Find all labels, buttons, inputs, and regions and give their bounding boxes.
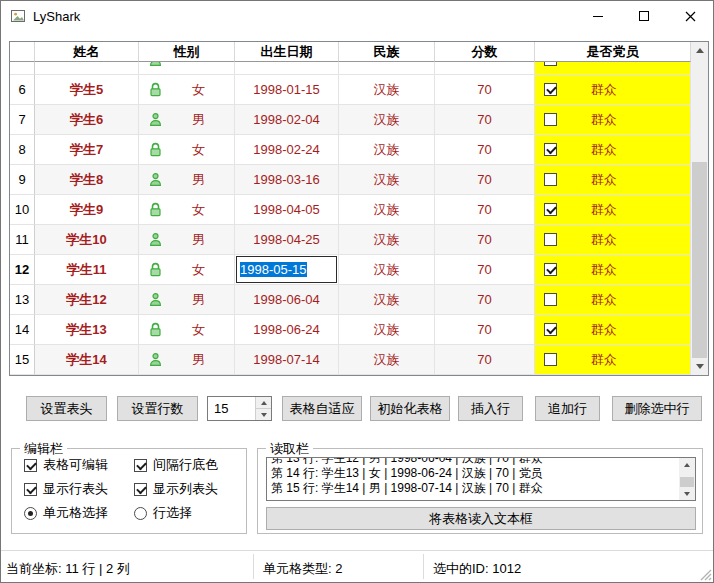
cell-gender[interactable]: 女 — [139, 315, 235, 345]
read-textarea[interactable]: 第 13 行: 学生12 | 男 | 1998-06-04 | 汉族 | 70 … — [266, 457, 696, 501]
cell-birth-date[interactable]: 1998-04-05 — [235, 195, 339, 225]
scroll-down-button[interactable] — [679, 487, 695, 500]
cell-birth-date[interactable]: 1998-06-04 — [235, 285, 339, 315]
row-count-spinbox[interactable]: 15 — [207, 396, 272, 421]
cell-gender[interactable]: 女 — [139, 195, 235, 225]
insert-row-button[interactable]: 插入行 — [458, 396, 523, 421]
cell-party-member[interactable]: 群众 — [535, 195, 691, 225]
cell-name[interactable]: 学生14 — [35, 345, 139, 375]
cell-party-member[interactable]: 群众 — [535, 225, 691, 255]
scroll-down-button[interactable] — [691, 358, 708, 375]
cell-party-member[interactable] — [535, 62, 691, 75]
scroll-up-button[interactable] — [691, 42, 708, 59]
minimize-button[interactable] — [575, 1, 621, 31]
cell-ethnic[interactable]: 汉族 — [339, 75, 435, 105]
cell-score[interactable]: 70 — [435, 135, 535, 165]
init-table-button[interactable]: 初始化表格 — [370, 396, 450, 421]
cell-gender[interactable]: 女 — [139, 135, 235, 165]
cell-name[interactable]: 学生13 — [35, 315, 139, 345]
cell-name[interactable]: 学生7 — [35, 135, 139, 165]
row-header[interactable]: 14 — [10, 315, 35, 345]
member-checkbox[interactable] — [544, 83, 557, 96]
cell-party-member[interactable]: 群众 — [535, 135, 691, 165]
checkbox-option[interactable]: 间隔行底色 — [134, 457, 218, 473]
cell-name[interactable]: 学生12 — [35, 285, 139, 315]
cell-birth-date[interactable]: 1998-02-24 — [235, 135, 339, 165]
titlebar[interactable]: LyShark — [1, 1, 713, 32]
cell-name[interactable]: 学生10 — [35, 225, 139, 255]
cell-name[interactable]: 学生9 — [35, 195, 139, 225]
column-header-name[interactable]: 姓名 — [35, 42, 139, 62]
column-header-party-member[interactable]: 是否党员 — [535, 42, 691, 62]
row-header[interactable]: 8 — [10, 135, 35, 165]
set-header-button[interactable]: 设置表头 — [26, 396, 107, 421]
scroll-up-button[interactable] — [679, 458, 695, 471]
radio-option[interactable]: 单元格选择 — [24, 505, 108, 521]
row-header[interactable]: 6 — [10, 75, 35, 105]
read-table-button[interactable]: 将表格读入文本框 — [266, 507, 696, 530]
cell-gender[interactable] — [139, 62, 235, 75]
cell-score[interactable]: 70 — [435, 75, 535, 105]
cell-score[interactable]: 70 — [435, 195, 535, 225]
auto-fit-button[interactable]: 表格自适应 — [282, 396, 362, 421]
cell-party-member[interactable]: 群众 — [535, 315, 691, 345]
checkbox-option[interactable]: 显示行表头 — [24, 481, 108, 497]
spinbox-up-button[interactable] — [256, 397, 271, 409]
cell-ethnic[interactable]: 汉族 — [339, 285, 435, 315]
cell-score[interactable]: 70 — [435, 315, 535, 345]
textarea-scrollbar[interactable] — [679, 458, 695, 500]
row-header[interactable]: 9 — [10, 165, 35, 195]
member-checkbox[interactable] — [544, 323, 557, 336]
close-button[interactable] — [667, 1, 713, 31]
cell-birth-date[interactable]: 1998-06-24 — [235, 315, 339, 345]
checkbox-option[interactable]: 表格可编辑 — [24, 457, 108, 473]
cell-party-member[interactable]: 群众 — [535, 165, 691, 195]
cell-gender[interactable]: 女 — [139, 255, 235, 285]
row-header[interactable]: 15 — [10, 345, 35, 375]
cell-name[interactable] — [35, 62, 139, 75]
column-header-score[interactable]: 分数 — [435, 42, 535, 62]
member-checkbox[interactable] — [544, 233, 557, 246]
cell-birth-date[interactable]: 1998-04-25 — [235, 225, 339, 255]
table-vertical-scrollbar[interactable] — [691, 42, 708, 375]
cell-ethnic[interactable]: 汉族 — [339, 255, 435, 285]
append-row-button[interactable]: 追加行 — [535, 396, 600, 421]
delete-rows-button[interactable]: 删除选中行 — [612, 396, 702, 421]
cell-birth-date[interactable]: 1998-02-04 — [235, 105, 339, 135]
cell-ethnic[interactable]: 汉族 — [339, 225, 435, 255]
cell-ethnic[interactable]: 汉族 — [339, 195, 435, 225]
set-rows-button[interactable]: 设置行数 — [117, 396, 198, 421]
cell-score[interactable]: 70 — [435, 165, 535, 195]
column-header-ethnic[interactable]: 民族 — [339, 42, 435, 62]
row-header[interactable]: 12 — [10, 255, 35, 285]
row-header[interactable] — [10, 62, 35, 75]
cell-ethnic[interactable]: 汉族 — [339, 135, 435, 165]
cell-score[interactable]: 70 — [435, 105, 535, 135]
cell-ethnic[interactable]: 汉族 — [339, 345, 435, 375]
cell-score[interactable] — [435, 62, 535, 75]
member-checkbox[interactable] — [544, 143, 557, 156]
cell-score[interactable]: 70 — [435, 255, 535, 285]
cell-name[interactable]: 学生5 — [35, 75, 139, 105]
row-header[interactable]: 13 — [10, 285, 35, 315]
member-checkbox[interactable] — [544, 263, 557, 276]
row-header[interactable]: 7 — [10, 105, 35, 135]
scrollbar-thumb[interactable] — [692, 162, 707, 358]
cell-ethnic[interactable]: 汉族 — [339, 315, 435, 345]
checkbox-option[interactable]: 显示列表头 — [134, 481, 218, 497]
cell-gender[interactable]: 男 — [139, 285, 235, 315]
cell-gender[interactable]: 男 — [139, 165, 235, 195]
cell-birth-date[interactable] — [235, 62, 339, 75]
radio-option[interactable]: 行选择 — [134, 505, 192, 521]
cell-ethnic[interactable]: 汉族 — [339, 165, 435, 195]
member-checkbox[interactable] — [544, 62, 557, 66]
column-header-birth-date[interactable]: 出生日期 — [235, 42, 339, 62]
cell-birth-date[interactable]: 1998-07-14 — [235, 345, 339, 375]
maximize-button[interactable] — [621, 1, 667, 31]
spinbox-down-button[interactable] — [256, 409, 271, 420]
cell-ethnic[interactable]: 汉族 — [339, 105, 435, 135]
cell-score[interactable]: 70 — [435, 345, 535, 375]
cell-gender[interactable]: 女 — [139, 75, 235, 105]
cell-name[interactable]: 学生8 — [35, 165, 139, 195]
cell-ethnic[interactable] — [339, 62, 435, 75]
